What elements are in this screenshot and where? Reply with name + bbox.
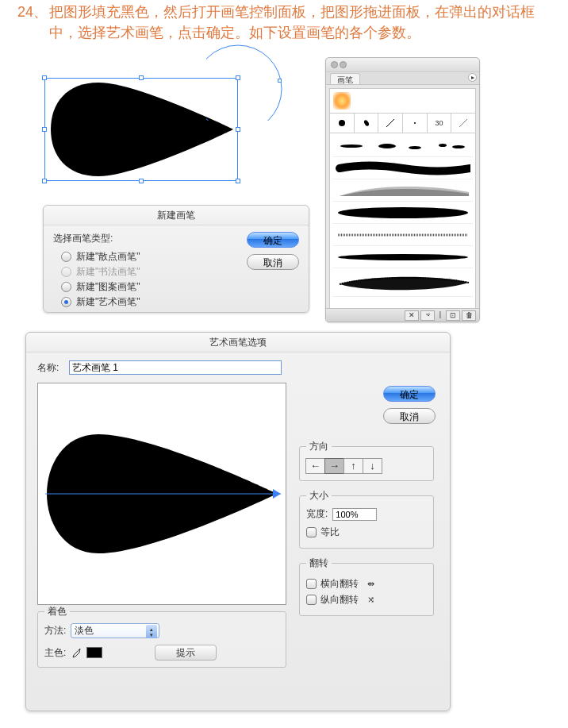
key-color-swatch[interactable] [86,647,102,658]
new-brush-icon[interactable]: ⊡ [446,310,460,321]
panel-tab-brush[interactable]: 画笔 [330,73,360,84]
panel-divider: | [436,310,444,321]
stroke-brush[interactable] [332,157,473,179]
radio-icon [61,282,71,292]
handle-se[interactable] [236,179,240,183]
panel-content: 30 [329,88,476,309]
direction-right-button[interactable]: → [324,458,344,474]
basic-cell[interactable] [355,114,379,133]
panel-tab-row: 画笔 ▸ [326,72,479,85]
handle-nw[interactable] [42,75,47,80]
proportional-checkbox[interactable]: 等比 [306,526,427,539]
minimize-dot[interactable] [340,61,347,68]
radio-art-brush[interactable]: 新建"艺术画笔" [61,295,299,309]
svg-point-12 [338,207,468,218]
svg-point-9 [409,146,421,149]
tips-button[interactable]: 提示 [155,645,217,661]
anchor-point[interactable] [278,79,282,83]
svg-point-5 [414,122,416,124]
handle-n[interactable] [139,75,144,80]
break-link-icon[interactable]: ✕ [405,310,419,321]
method-label: 方法: [44,624,66,637]
key-color-label: 主色: [44,646,66,660]
stroke-brush[interactable] [332,135,473,157]
stroke-brush[interactable] [332,179,473,202]
window-controls[interactable] [331,61,347,68]
method-value: 淡色 [75,624,94,637]
flip-group: 翻转 横向翻转 ⇹ 纵向翻转 ⤨ [299,557,434,616]
radio-icon [61,267,71,277]
stroke-options-icon[interactable]: ༄ [420,310,435,321]
brush-swatch-radial[interactable] [333,92,351,110]
checkbox-icon [306,527,317,537]
direction-up-button[interactable]: ↑ [343,458,363,474]
radio-icon [61,297,71,307]
basic-cell[interactable]: 30 [428,114,452,133]
name-label: 名称: [37,361,69,375]
direction-group: 方向 ← → ↑ ↓ [299,440,434,481]
dialog-title: 新建画笔 [44,206,309,225]
svg-point-0 [206,45,282,121]
svg-point-8 [378,144,396,148]
circle-path [206,35,294,121]
flip-v-label: 纵向翻转 [320,593,359,607]
size-group: 大小 宽度: 等比 [299,489,434,549]
width-label: 宽度: [306,507,328,521]
stroke-brush[interactable] [332,224,473,246]
handle-sw[interactable] [42,179,47,183]
eyedropper-icon[interactable] [71,647,82,658]
cancel-button[interactable]: 取消 [383,408,436,424]
checkbox-icon [306,595,317,605]
basic-cell[interactable] [451,114,475,133]
checkbox-icon [306,579,317,589]
stroke-brush[interactable] [332,268,473,297]
panel-header[interactable] [326,58,479,72]
step-number: 24、 [17,2,49,22]
width-input[interactable] [332,508,377,521]
radio-icon [61,252,71,262]
select-stepper-icon: ▴▾ [146,625,157,638]
colorization-legend: 着色 [44,605,70,618]
basic-cell[interactable] [403,114,428,133]
svg-point-11 [452,145,465,148]
ok-button[interactable]: 确定 [247,232,299,248]
svg-line-4 [386,119,394,127]
cancel-button[interactable]: 取消 [247,254,299,270]
brush-preview [37,383,286,605]
handle-w[interactable] [42,127,47,132]
flip-horizontal-checkbox[interactable]: 横向翻转 ⇹ [306,577,427,591]
svg-point-3 [363,119,369,126]
svg-line-6 [459,119,467,127]
radio-pattern-brush[interactable]: 新建"图案画笔" [61,280,299,294]
brush-panel: 画笔 ▸ 30 ✕ ༄ [325,57,480,322]
svg-point-7 [340,144,363,148]
direction-left-button[interactable]: ← [305,458,325,474]
handle-s[interactable] [139,179,144,183]
radio-label: 新建"书法画笔" [76,265,140,279]
svg-point-10 [439,144,447,147]
basic-brush-row: 30 [330,113,475,133]
dialog-title: 艺术画笔选项 [26,333,450,352]
radio-label: 新建"图案画笔" [76,280,140,294]
radio-label: 新建"艺术画笔" [76,295,140,309]
stroke-brush[interactable] [332,246,473,268]
new-brush-dialog: 新建画笔 选择画笔类型: 新建"散点画笔" 新建"书法画笔" 新建"图案画笔" … [43,205,309,313]
radio-label: 新建"散点画笔" [76,250,140,264]
panel-flyout-icon[interactable]: ▸ [468,73,477,82]
direction-down-button[interactable]: ↓ [363,458,382,474]
basic-cell[interactable] [330,114,355,133]
ok-button[interactable]: 确定 [383,386,436,402]
flip-vertical-checkbox[interactable]: 纵向翻转 ⤨ [306,593,427,607]
brush-name-input[interactable] [69,360,282,375]
svg-point-2 [339,120,345,126]
step-body: 把图形填充黑色，然后打开画笔控制面板，把图形拖进面板，在弹出的对话框中，选择艺术… [49,2,560,43]
svg-point-13 [338,254,468,260]
close-dot[interactable] [331,61,338,68]
handle-e[interactable] [236,127,240,132]
proportional-label: 等比 [320,526,340,539]
stroke-brush[interactable] [332,202,473,224]
basic-cell[interactable] [378,114,403,133]
flip-legend: 翻转 [306,557,332,570]
method-select[interactable]: 淡色 ▴▾ [71,623,159,638]
trash-icon[interactable]: 🗑 [462,310,476,321]
